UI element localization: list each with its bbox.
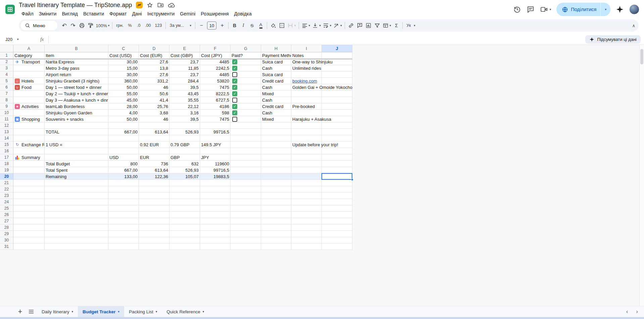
cell-G6[interactable]: ✓ [231,84,261,91]
cell-A28[interactable] [13,224,45,231]
cell-F25[interactable] [200,205,231,212]
menu-tools[interactable]: Інструменти [145,10,178,17]
cell-B5[interactable]: Shinjuku Granbell (3 nights) [45,78,108,84]
cell-C22[interactable] [108,186,139,193]
cell-J1[interactable] [322,52,352,59]
cell-I15[interactable]: Update before your trip! [291,142,322,148]
cell-E26[interactable] [169,212,200,218]
checkbox-checked[interactable]: ✓ [232,104,237,109]
cell-E16[interactable] [169,148,200,154]
cell-C13[interactable]: 667,00 [108,129,139,135]
cell-D7[interactable]: 50,6 [139,91,169,97]
cell-I25[interactable] [291,205,322,212]
cell-B8[interactable]: Day 3 — Asakusa + lunch + dinner [45,97,108,103]
cell-C10[interactable]: 4,00 [108,110,139,116]
cell-A2[interactable]: ✈Transport [13,59,45,65]
cell-E10[interactable]: 3,16 [169,110,200,116]
cell-H12[interactable] [261,122,291,129]
name-box-caret-icon[interactable]: ▾ [17,38,19,41]
format-currency-button[interactable]: грн. [114,21,126,30]
cell-F29[interactable] [200,231,231,237]
cell-H2[interactable]: Suica card [261,59,291,65]
cell-D27[interactable] [139,218,169,224]
insert-comment-button[interactable] [355,21,364,30]
cell-B3[interactable]: Metro 3-day pass [45,65,108,71]
cell-C6[interactable]: 50,00 [108,84,139,91]
paint-format-button[interactable] [86,21,95,30]
row-header-11[interactable]: 11 [0,116,13,122]
cell-H27[interactable] [261,218,291,224]
grid-corner[interactable] [0,45,13,52]
meet-camera-icon[interactable]: ▾ [540,5,551,13]
checkbox-checked[interactable]: ✓ [232,85,237,90]
cell-D15[interactable]: 0.92 EUR [139,142,169,148]
cell-A19[interactable] [13,167,45,173]
cell-B23[interactable] [45,193,108,199]
cell-A21[interactable] [13,180,45,186]
cell-A18[interactable] [13,161,45,167]
cell-A3[interactable] [13,65,45,71]
cell-H19[interactable] [261,167,291,173]
cell-H28[interactable] [261,224,291,231]
cell-H22[interactable] [261,186,291,193]
cell-H8[interactable]: Cash [261,97,291,103]
cell-I13[interactable] [291,129,322,135]
cell-E29[interactable] [169,231,200,237]
active-cell-selection[interactable] [321,173,352,180]
cell-G1[interactable]: Paid? [231,52,261,59]
cell-G3[interactable]: ✓ [231,65,261,71]
cell-A14[interactable] [13,135,45,142]
cell-F19[interactable]: 99716,5 [200,167,231,173]
cell-D9[interactable]: 25,76 [139,103,169,110]
text-color-button[interactable]: A [259,22,262,29]
cell-F3[interactable]: 2242,5 [200,65,231,71]
summarize-data-button[interactable]: Підсумувати ці дані [585,35,641,44]
cell-G28[interactable] [231,224,261,231]
cell-C4[interactable]: 30,00 [108,71,139,78]
redo-button[interactable]: ↷ [69,21,78,30]
cell-I31[interactable] [291,244,322,250]
cell-D24[interactable] [139,199,169,205]
cell-E3[interactable]: 11,85 [169,65,200,71]
cell-G10[interactable]: ✓ [231,110,261,116]
cell-I26[interactable] [291,212,322,218]
cell-F21[interactable] [200,180,231,186]
tab-packing-list[interactable]: Packing List▾ [124,306,162,317]
cell-E31[interactable] [169,244,200,250]
cell-F24[interactable] [200,199,231,205]
cell-G7[interactable]: ✓ [231,91,261,97]
cell-I24[interactable] [291,199,322,205]
bold-button[interactable]: B [230,21,239,30]
menu-insert[interactable]: Вставити [81,10,107,17]
checkbox-unchecked[interactable] [232,72,237,77]
checkbox-checked[interactable]: ✓ [232,78,237,84]
cell-B15[interactable]: 1 USD = [45,142,108,148]
comment-history-icon[interactable] [527,5,535,13]
cell-A27[interactable] [13,218,45,224]
cell-D29[interactable] [139,231,169,237]
cell-H24[interactable] [261,199,291,205]
cell-E5[interactable]: 284,4 [169,78,200,84]
more-formats-button[interactable]: 123 [153,21,164,30]
row-header-28[interactable]: 28 [0,224,13,231]
cell-F6[interactable]: 7475 [200,84,231,91]
cell-D25[interactable] [139,205,169,212]
row-header-20[interactable]: 20 [0,173,13,180]
vertical-scrollbar[interactable] [639,45,644,306]
cell-G4[interactable] [231,71,261,78]
row-header-21[interactable]: 21 [0,180,13,186]
cell-A26[interactable] [13,212,45,218]
vertical-align-button[interactable]: ▾ [311,21,322,30]
cell-C2[interactable]: 30,00 [108,59,139,65]
cell-G24[interactable] [231,199,261,205]
cell-I27[interactable] [291,218,322,224]
cell-C21[interactable] [108,180,139,186]
cell-E17[interactable]: GBP [169,154,200,161]
cell-H6[interactable]: Cash [261,84,291,91]
cell-I10[interactable] [291,110,322,116]
functions-button[interactable]: Σ [392,21,401,30]
cell-H20[interactable] [261,173,291,180]
cell-F12[interactable] [200,122,231,129]
cell-G8[interactable] [231,97,261,103]
cell-D26[interactable] [139,212,169,218]
